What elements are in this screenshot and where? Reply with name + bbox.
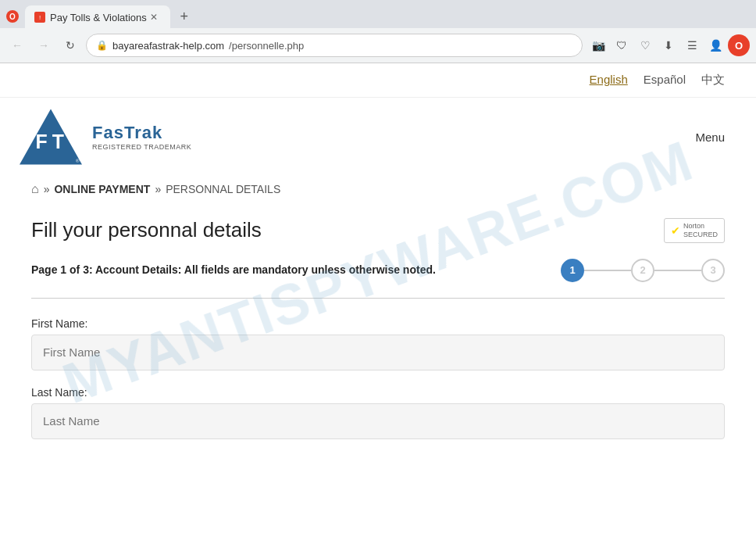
breadcrumb-sep1: » bbox=[44, 183, 50, 195]
step-1-circle: 1 bbox=[561, 259, 584, 282]
reload-button[interactable]: ↻ bbox=[59, 34, 81, 56]
forward-button[interactable]: → bbox=[33, 34, 55, 56]
back-button[interactable]: ← bbox=[6, 34, 28, 56]
svg-text:®: ® bbox=[76, 158, 80, 163]
bookmark-button[interactable]: ♡ bbox=[634, 34, 656, 56]
language-bar: English Español 中文 bbox=[0, 63, 756, 98]
breadcrumb: ⌂ » ONLINE PAYMENT » PERSONNAL DETAILS bbox=[0, 176, 756, 202]
tab-close-button[interactable]: ✕ bbox=[147, 10, 161, 24]
lang-english[interactable]: English bbox=[590, 73, 628, 88]
url-path: /personnelle.php bbox=[229, 40, 304, 52]
menu-button[interactable]: Menu bbox=[695, 131, 725, 144]
toolbar-icons: 📷 🛡 ♡ ⬇ ☰ 👤 O bbox=[587, 34, 750, 56]
address-bar: ← → ↻ 🔒 bayareafastrak-help.com/personne… bbox=[0, 28, 756, 63]
menu-dots-button[interactable]: ☰ bbox=[681, 34, 703, 56]
main-content: Fill your personnal details ✔ Norton SEC… bbox=[0, 202, 756, 471]
last-name-group: Last Name: bbox=[31, 386, 725, 439]
page-content: English Español 中文 F T ® FasTrak REGISTE… bbox=[0, 63, 756, 544]
lang-spanish[interactable]: Español bbox=[644, 73, 686, 88]
new-tab-button[interactable]: + bbox=[173, 5, 195, 27]
active-tab[interactable]: ! Pay Tolls & Violations ✕ bbox=[25, 5, 170, 29]
first-name-input[interactable] bbox=[31, 335, 725, 370]
first-name-label: First Name: bbox=[31, 317, 725, 330]
norton-badge: ✔ Norton SECURED bbox=[664, 218, 725, 243]
lang-chinese[interactable]: 中文 bbox=[701, 73, 725, 88]
breadcrumb-online-payment[interactable]: ONLINE PAYMENT bbox=[54, 183, 150, 195]
svg-marker-0 bbox=[20, 109, 82, 164]
page-title: Fill your personnal details bbox=[31, 218, 262, 242]
last-name-input[interactable] bbox=[31, 403, 725, 439]
svg-text:F: F bbox=[35, 131, 47, 152]
step-indicator: 1 2 3 bbox=[561, 259, 725, 282]
breadcrumb-personal-details: PERSONNAL DETAILS bbox=[166, 183, 280, 195]
tab-bar: O ! Pay Tolls & Violations ✕ + bbox=[0, 0, 756, 28]
first-name-group: First Name: bbox=[31, 317, 725, 370]
step-info: Page 1 of 3: Account Details: All fields… bbox=[31, 259, 725, 282]
fastrak-logo: F T ® bbox=[16, 106, 86, 168]
section-divider bbox=[31, 298, 725, 299]
download-button[interactable]: ⬇ bbox=[658, 34, 679, 56]
page-heading-row: Fill your personnal details ✔ Norton SEC… bbox=[31, 218, 725, 243]
tab-title: Pay Tolls & Violations bbox=[50, 12, 147, 23]
account-button[interactable]: 👤 bbox=[704, 34, 726, 56]
opera-sidebar-button[interactable]: O bbox=[728, 34, 750, 56]
site-header: F T ® FasTrak REGISTERED TRADEMARK Menu bbox=[0, 98, 756, 176]
last-name-label: Last Name: bbox=[31, 386, 725, 399]
step-3-circle: 3 bbox=[701, 259, 725, 282]
shield-button[interactable]: 🛡 bbox=[611, 34, 633, 56]
step-2-circle: 2 bbox=[631, 259, 654, 282]
breadcrumb-sep2: » bbox=[155, 183, 161, 195]
breadcrumb-home-icon[interactable]: ⌂ bbox=[31, 182, 39, 196]
step-description: Page 1 of 3: Account Details: All fields… bbox=[31, 262, 436, 278]
norton-text: Norton SECURED bbox=[683, 222, 718, 239]
step-line-2 bbox=[654, 270, 701, 271]
step-line-1 bbox=[584, 270, 631, 271]
lock-icon: 🔒 bbox=[96, 40, 108, 51]
svg-text:T: T bbox=[52, 131, 64, 152]
url-bar[interactable]: 🔒 bayareafastrak-help.com/personnelle.ph… bbox=[86, 34, 583, 57]
url-domain: bayareafastrak-help.com bbox=[112, 40, 224, 52]
browser-logo: O bbox=[6, 10, 19, 23]
brand-tagline: REGISTERED TRADEMARK bbox=[92, 143, 191, 151]
browser-chrome: O ! Pay Tolls & Violations ✕ + ← → ↻ 🔒 b… bbox=[0, 0, 756, 63]
tab-favicon: ! bbox=[34, 12, 45, 23]
norton-check-icon: ✔ bbox=[671, 224, 680, 237]
camera-button[interactable]: 📷 bbox=[587, 34, 609, 56]
brand-name: FasTrak bbox=[92, 123, 191, 143]
logo-area: F T ® FasTrak REGISTERED TRADEMARK bbox=[16, 106, 191, 168]
